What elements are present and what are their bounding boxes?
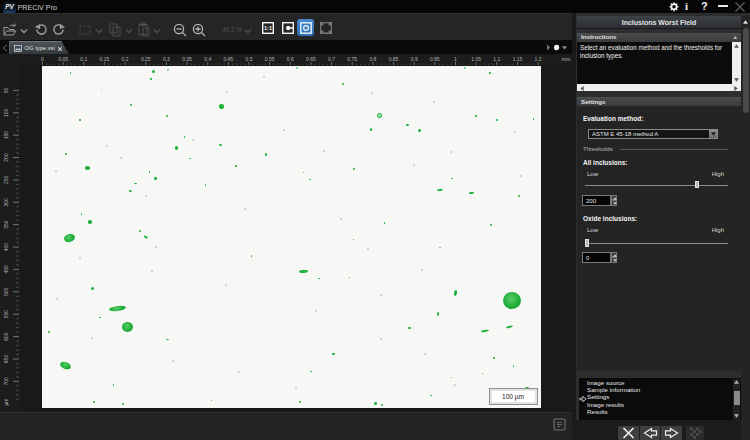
svg-text:650: 650 bbox=[3, 355, 9, 364]
svg-text:1.2: 1.2 bbox=[535, 56, 542, 62]
svg-text:40.2 %: 40.2 % bbox=[222, 26, 242, 33]
svg-text:0.8: 0.8 bbox=[369, 56, 376, 62]
svg-text:mm: mm bbox=[562, 56, 570, 62]
svg-text:200: 200 bbox=[3, 153, 9, 162]
svg-text:0.85: 0.85 bbox=[389, 56, 399, 62]
svg-text:600: 600 bbox=[3, 332, 9, 341]
svg-text:0.15: 0.15 bbox=[100, 56, 110, 62]
svg-text:450: 450 bbox=[3, 265, 9, 274]
svg-text:0.55: 0.55 bbox=[265, 56, 275, 62]
svg-text:350: 350 bbox=[3, 220, 9, 229]
svg-text:0.4: 0.4 bbox=[204, 56, 211, 62]
svg-text:50: 50 bbox=[3, 87, 9, 93]
svg-text:0.1: 0.1 bbox=[80, 56, 87, 62]
svg-text:1:1: 1:1 bbox=[264, 25, 272, 31]
svg-text:1.15: 1.15 bbox=[513, 56, 523, 62]
svg-text:0.6: 0.6 bbox=[287, 56, 294, 62]
svg-text:0.2: 0.2 bbox=[122, 56, 129, 62]
svg-text:0.5: 0.5 bbox=[246, 56, 253, 62]
svg-text:1.05: 1.05 bbox=[471, 56, 481, 62]
svg-text:0.3: 0.3 bbox=[163, 56, 170, 62]
svg-text:0.9: 0.9 bbox=[411, 56, 418, 62]
svg-text:0.65: 0.65 bbox=[306, 56, 316, 62]
svg-text:100: 100 bbox=[3, 108, 9, 117]
svg-text:0.45: 0.45 bbox=[223, 56, 233, 62]
svg-text:0.25: 0.25 bbox=[141, 56, 151, 62]
svg-text:0.7: 0.7 bbox=[328, 56, 335, 62]
svg-text:700: 700 bbox=[3, 377, 9, 386]
svg-text:µm: µm bbox=[3, 398, 9, 405]
svg-text:250: 250 bbox=[3, 176, 9, 185]
svg-text:0.35: 0.35 bbox=[182, 56, 192, 62]
svg-text:0.05: 0.05 bbox=[58, 56, 68, 62]
svg-text:400: 400 bbox=[3, 243, 9, 252]
svg-text:1: 1 bbox=[454, 56, 457, 62]
svg-text:0: 0 bbox=[41, 56, 44, 62]
svg-text:0.75: 0.75 bbox=[347, 56, 357, 62]
svg-text:1.1: 1.1 bbox=[493, 56, 500, 62]
svg-text:300: 300 bbox=[3, 198, 9, 207]
svg-text:550: 550 bbox=[3, 310, 9, 319]
svg-text:150: 150 bbox=[3, 131, 9, 140]
svg-text:0.95: 0.95 bbox=[430, 56, 440, 62]
svg-text:500: 500 bbox=[3, 287, 9, 296]
